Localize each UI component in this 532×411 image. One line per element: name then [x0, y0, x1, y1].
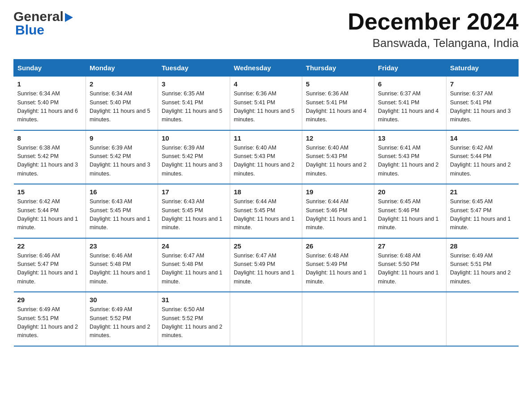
day-number: 16	[90, 188, 154, 196]
day-number: 15	[17, 188, 82, 196]
day-info: Sunrise: 6:44 AMSunset: 5:46 PMDaylight:…	[306, 197, 370, 232]
day-info: Sunrise: 6:46 AMSunset: 5:47 PMDaylight:…	[17, 252, 82, 287]
calendar-cell: 30Sunrise: 6:49 AMSunset: 5:52 PMDayligh…	[86, 292, 158, 346]
calendar-title-section: December 2024 Banswada, Telangana, India	[348, 9, 519, 50]
day-info: Sunrise: 6:35 AMSunset: 5:41 PMDaylight:…	[162, 90, 226, 124]
day-info: Sunrise: 6:37 AMSunset: 5:41 PMDaylight:…	[450, 90, 515, 124]
day-number: 22	[17, 242, 82, 250]
calendar-cell	[446, 292, 519, 346]
col-thursday: Thursday	[302, 60, 374, 77]
day-info: Sunrise: 6:38 AMSunset: 5:42 PMDaylight:…	[17, 144, 82, 179]
day-info: Sunrise: 6:40 AMSunset: 5:43 PMDaylight:…	[306, 144, 370, 179]
calendar-cell: 13Sunrise: 6:41 AMSunset: 5:43 PMDayligh…	[374, 130, 446, 184]
logo: General Blue	[13, 9, 73, 38]
day-number: 11	[234, 134, 298, 142]
day-info: Sunrise: 6:39 AMSunset: 5:42 PMDaylight:…	[162, 144, 226, 179]
day-number: 13	[378, 134, 442, 142]
day-number: 1	[17, 80, 82, 88]
day-info: Sunrise: 6:48 AMSunset: 5:50 PMDaylight:…	[378, 252, 442, 287]
day-number: 19	[306, 188, 370, 196]
calendar-cell	[302, 292, 374, 346]
day-number: 21	[450, 188, 515, 196]
logo-arrow-icon	[65, 13, 73, 22]
day-number: 18	[234, 188, 298, 196]
day-info: Sunrise: 6:37 AMSunset: 5:41 PMDaylight:…	[378, 90, 442, 124]
day-info: Sunrise: 6:34 AMSunset: 5:40 PMDaylight:…	[17, 90, 82, 124]
calendar-week-row: 29Sunrise: 6:49 AMSunset: 5:51 PMDayligh…	[14, 292, 519, 346]
day-info: Sunrise: 6:43 AMSunset: 5:45 PMDaylight:…	[90, 197, 154, 232]
calendar-cell: 15Sunrise: 6:42 AMSunset: 5:44 PMDayligh…	[14, 184, 86, 238]
col-friday: Friday	[374, 60, 446, 77]
day-info: Sunrise: 6:50 AMSunset: 5:52 PMDaylight:…	[162, 305, 226, 340]
calendar-cell: 29Sunrise: 6:49 AMSunset: 5:51 PMDayligh…	[14, 292, 86, 346]
day-number: 8	[17, 134, 82, 142]
calendar-week-row: 15Sunrise: 6:42 AMSunset: 5:44 PMDayligh…	[14, 184, 519, 238]
day-number: 2	[90, 80, 154, 88]
calendar-cell: 4Sunrise: 6:36 AMSunset: 5:41 PMDaylight…	[230, 77, 302, 130]
calendar-cell: 22Sunrise: 6:46 AMSunset: 5:47 PMDayligh…	[14, 238, 86, 292]
calendar-cell: 3Sunrise: 6:35 AMSunset: 5:41 PMDaylight…	[158, 77, 230, 130]
calendar-cell: 11Sunrise: 6:40 AMSunset: 5:43 PMDayligh…	[230, 130, 302, 184]
calendar-header-row: Sunday Monday Tuesday Wednesday Thursday…	[14, 60, 519, 77]
day-info: Sunrise: 6:47 AMSunset: 5:49 PMDaylight:…	[234, 252, 298, 287]
calendar-cell: 9Sunrise: 6:39 AMSunset: 5:42 PMDaylight…	[86, 130, 158, 184]
calendar-cell: 27Sunrise: 6:48 AMSunset: 5:50 PMDayligh…	[374, 238, 446, 292]
calendar-cell: 25Sunrise: 6:47 AMSunset: 5:49 PMDayligh…	[230, 238, 302, 292]
day-info: Sunrise: 6:49 AMSunset: 5:52 PMDaylight:…	[90, 305, 154, 340]
col-monday: Monday	[86, 60, 158, 77]
month-year-title: December 2024	[348, 9, 519, 34]
day-info: Sunrise: 6:34 AMSunset: 5:40 PMDaylight:…	[90, 90, 154, 124]
calendar-cell: 12Sunrise: 6:40 AMSunset: 5:43 PMDayligh…	[302, 130, 374, 184]
day-info: Sunrise: 6:43 AMSunset: 5:45 PMDaylight:…	[162, 197, 226, 232]
day-number: 26	[306, 242, 370, 250]
logo-general-text: General	[13, 9, 64, 24]
day-number: 5	[306, 80, 370, 88]
day-info: Sunrise: 6:46 AMSunset: 5:48 PMDaylight:…	[90, 252, 154, 287]
calendar-cell: 1Sunrise: 6:34 AMSunset: 5:40 PMDaylight…	[14, 77, 86, 130]
day-info: Sunrise: 6:45 AMSunset: 5:46 PMDaylight:…	[378, 197, 442, 232]
day-number: 3	[162, 80, 226, 88]
col-wednesday: Wednesday	[230, 60, 302, 77]
day-number: 31	[162, 296, 226, 304]
day-number: 24	[162, 242, 226, 250]
day-number: 4	[234, 80, 298, 88]
calendar-cell: 21Sunrise: 6:45 AMSunset: 5:47 PMDayligh…	[446, 184, 519, 238]
day-info: Sunrise: 6:36 AMSunset: 5:41 PMDaylight:…	[306, 90, 370, 124]
calendar-cell: 31Sunrise: 6:50 AMSunset: 5:52 PMDayligh…	[158, 292, 230, 346]
calendar-cell: 28Sunrise: 6:49 AMSunset: 5:51 PMDayligh…	[446, 238, 519, 292]
col-sunday: Sunday	[14, 60, 86, 77]
logo-blue-text: Blue	[15, 22, 44, 38]
day-number: 10	[162, 134, 226, 142]
page-header: General Blue December 2024 Banswada, Tel…	[13, 9, 519, 50]
calendar-week-row: 8Sunrise: 6:38 AMSunset: 5:42 PMDaylight…	[14, 130, 519, 184]
day-info: Sunrise: 6:44 AMSunset: 5:45 PMDaylight:…	[234, 197, 298, 232]
calendar-table: Sunday Monday Tuesday Wednesday Thursday…	[13, 59, 519, 347]
calendar-cell: 24Sunrise: 6:47 AMSunset: 5:48 PMDayligh…	[158, 238, 230, 292]
day-info: Sunrise: 6:49 AMSunset: 5:51 PMDaylight:…	[450, 252, 515, 287]
calendar-cell	[230, 292, 302, 346]
calendar-week-row: 1Sunrise: 6:34 AMSunset: 5:40 PMDaylight…	[14, 77, 519, 130]
day-info: Sunrise: 6:42 AMSunset: 5:44 PMDaylight:…	[17, 197, 82, 232]
calendar-cell: 17Sunrise: 6:43 AMSunset: 5:45 PMDayligh…	[158, 184, 230, 238]
day-number: 29	[17, 296, 82, 304]
day-number: 25	[234, 242, 298, 250]
calendar-cell: 14Sunrise: 6:42 AMSunset: 5:44 PMDayligh…	[446, 130, 519, 184]
day-number: 6	[378, 80, 442, 88]
calendar-cell: 23Sunrise: 6:46 AMSunset: 5:48 PMDayligh…	[86, 238, 158, 292]
calendar-cell: 16Sunrise: 6:43 AMSunset: 5:45 PMDayligh…	[86, 184, 158, 238]
day-info: Sunrise: 6:41 AMSunset: 5:43 PMDaylight:…	[378, 144, 442, 179]
day-number: 30	[90, 296, 154, 304]
day-number: 12	[306, 134, 370, 142]
day-number: 9	[90, 134, 154, 142]
day-info: Sunrise: 6:39 AMSunset: 5:42 PMDaylight:…	[90, 144, 154, 179]
calendar-cell	[374, 292, 446, 346]
calendar-cell: 10Sunrise: 6:39 AMSunset: 5:42 PMDayligh…	[158, 130, 230, 184]
day-info: Sunrise: 6:40 AMSunset: 5:43 PMDaylight:…	[234, 144, 298, 179]
day-info: Sunrise: 6:45 AMSunset: 5:47 PMDaylight:…	[450, 197, 515, 232]
day-number: 28	[450, 242, 515, 250]
day-number: 27	[378, 242, 442, 250]
day-info: Sunrise: 6:47 AMSunset: 5:48 PMDaylight:…	[162, 252, 226, 287]
day-info: Sunrise: 6:36 AMSunset: 5:41 PMDaylight:…	[234, 90, 298, 124]
day-info: Sunrise: 6:42 AMSunset: 5:44 PMDaylight:…	[450, 144, 515, 179]
col-tuesday: Tuesday	[158, 60, 230, 77]
